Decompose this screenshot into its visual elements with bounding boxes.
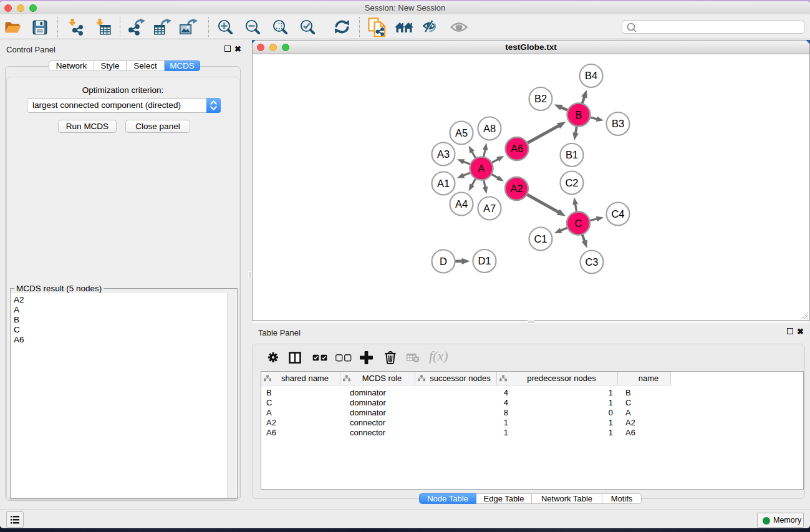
svg-text:A1: A1: [436, 177, 449, 188]
svg-text:A2: A2: [510, 183, 523, 194]
svg-text:A3: A3: [436, 148, 449, 159]
svg-text:B: B: [575, 109, 582, 120]
svg-text:C2: C2: [565, 177, 578, 188]
svg-text:C1: C1: [534, 233, 547, 244]
svg-text:A5: A5: [455, 127, 467, 138]
svg-text:B3: B3: [611, 118, 624, 129]
svg-text:A8: A8: [483, 122, 495, 133]
svg-text:A6: A6: [510, 143, 523, 154]
svg-text:C3: C3: [585, 256, 598, 267]
svg-text:B1: B1: [565, 149, 577, 160]
svg-text:D: D: [440, 255, 447, 266]
svg-text:A7: A7: [483, 202, 495, 213]
svg-text:D1: D1: [478, 255, 491, 266]
svg-text:C: C: [574, 217, 582, 228]
svg-text:B2: B2: [534, 93, 546, 104]
svg-text:C4: C4: [611, 208, 624, 219]
svg-text:A4: A4: [455, 198, 467, 209]
svg-text:A: A: [478, 162, 485, 173]
svg-text:B4: B4: [584, 70, 597, 81]
